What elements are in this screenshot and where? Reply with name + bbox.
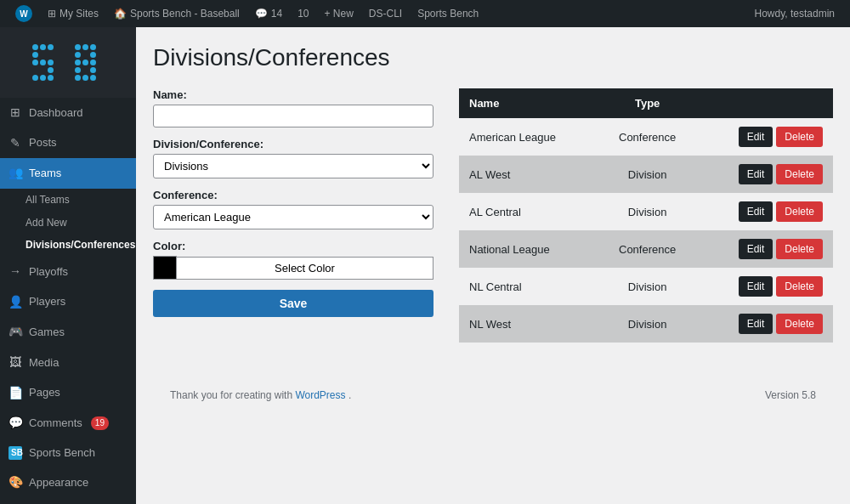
sidebar-item-pages[interactable]: 📄 Pages: [0, 378, 136, 409]
cell-name: AL West: [459, 156, 598, 193]
cell-type: Conference: [598, 230, 698, 268]
col-actions-header: [698, 88, 833, 118]
conference-select[interactable]: American League National League: [153, 205, 434, 229]
games-label: Games: [29, 325, 65, 340]
sidebar-item-appearance[interactable]: 🎨 Appearance: [0, 467, 136, 498]
delete-button[interactable]: Delete: [776, 276, 823, 297]
sidebar-item-divisions[interactable]: Divisions/Conferences: [0, 234, 136, 257]
teams-submenu: All Teams Add New Divisions/Conferences: [0, 189, 136, 257]
new-count: 10: [298, 8, 309, 20]
delete-button[interactable]: Delete: [776, 127, 823, 147]
delete-button[interactable]: Delete: [776, 201, 823, 222]
delete-button[interactable]: Delete: [776, 314, 823, 334]
comments-icon: 💬: [8, 415, 22, 432]
cell-actions: EditDelete: [698, 193, 833, 230]
name-input[interactable]: [153, 105, 434, 127]
delete-button[interactable]: Delete: [776, 239, 823, 259]
cell-type: Division: [598, 268, 698, 305]
table-row: NL CentralDivisionEditDelete: [459, 268, 833, 305]
adminbar-user[interactable]: Howdy, testadmin: [748, 0, 842, 27]
sidebar-item-games[interactable]: 🎮 Games: [0, 317, 136, 348]
playoffs-icon: →: [8, 263, 22, 280]
adminbar-wp-logo[interactable]: W: [8, 0, 39, 27]
sidebar-item-sports-bench[interactable]: SB Sports Bench: [0, 439, 136, 467]
ds-cli-label: DS-CLI: [369, 8, 402, 20]
cell-name: NL Central: [459, 268, 598, 305]
user-greeting: Howdy, testadmin: [755, 8, 835, 20]
divisions-table: Name Type American LeagueConferenceEditD…: [459, 88, 833, 343]
teams-icon: 👥: [8, 165, 22, 182]
sidebar-item-players[interactable]: 👤 Players: [0, 287, 136, 318]
divisions-label: Divisions/Conferences: [26, 238, 135, 252]
adminbar-site[interactable]: 🏠 Sports Bench - Baseball: [107, 0, 246, 27]
cell-actions: EditDelete: [698, 268, 833, 305]
cell-name: American League: [459, 118, 598, 156]
form-column: Name: Division/Conference: Divisions Con…: [153, 88, 434, 317]
delete-button[interactable]: Delete: [776, 164, 823, 184]
comments-count: 14: [271, 8, 282, 20]
sidebar-item-all-teams[interactable]: All Teams: [0, 189, 136, 212]
dashboard-label: Dashboard: [29, 105, 83, 121]
adminbar-add-new[interactable]: + New: [317, 0, 360, 27]
comments-icon: 💬: [255, 8, 268, 20]
site-logo: [0, 27, 136, 98]
save-button[interactable]: Save: [153, 290, 434, 317]
select-color-button[interactable]: Select Color: [177, 257, 434, 280]
cell-name: National League: [459, 230, 598, 268]
conference-label: Conference:: [153, 189, 434, 201]
col-name-header: Name: [459, 88, 598, 118]
wordpress-link[interactable]: WordPress: [295, 389, 345, 401]
color-row: Select Color: [153, 256, 434, 280]
main-content: Divisions/Conferences Name: Division/Con…: [136, 27, 850, 504]
sidebar-item-playoffs[interactable]: → Playoffs: [0, 257, 136, 287]
edit-button[interactable]: Edit: [739, 201, 774, 222]
cell-type: Division: [598, 193, 698, 230]
sidebar-item-posts[interactable]: ✎ Posts: [0, 128, 136, 159]
teams-label: Teams: [29, 166, 61, 181]
sidebar-item-plugins[interactable]: 🔌 Plugins: [0, 498, 136, 504]
mysites-icon: ⊞: [48, 8, 56, 20]
edit-button[interactable]: Edit: [739, 127, 774, 147]
cell-name: NL West: [459, 305, 598, 343]
sidebar-item-comments[interactable]: 💬 Comments 19: [0, 408, 136, 439]
adminbar-ds-cli[interactable]: DS-CLI: [362, 0, 409, 27]
media-label: Media: [29, 355, 59, 371]
name-label: Name:: [153, 88, 434, 101]
edit-button[interactable]: Edit: [739, 276, 774, 297]
adminbar-sports-bench[interactable]: Sports Bench: [411, 0, 485, 27]
division-conference-select[interactable]: Divisions Conferences: [153, 154, 434, 178]
cell-type: Division: [598, 305, 698, 343]
edit-button[interactable]: Edit: [739, 314, 774, 334]
admin-bar: W ⊞ My Sites 🏠 Sports Bench - Baseball 💬…: [0, 0, 850, 27]
posts-label: Posts: [29, 135, 57, 150]
table-body: American LeagueConferenceEditDeleteAL We…: [459, 118, 833, 343]
sidebar-item-teams[interactable]: 👥 Teams: [0, 158, 136, 189]
cell-actions: EditDelete: [698, 230, 833, 268]
all-teams-label: All Teams: [26, 193, 70, 207]
cell-actions: EditDelete: [698, 156, 833, 193]
color-swatch[interactable]: [153, 256, 177, 280]
playoffs-label: Playoffs: [29, 264, 68, 280]
sidebar-item-media[interactable]: 🖼 Media: [0, 348, 136, 378]
edit-button[interactable]: Edit: [739, 239, 774, 259]
dashboard-icon: ⊞: [8, 105, 22, 122]
adminbar-comments[interactable]: 💬 14: [248, 0, 289, 27]
division-conference-label: Division/Conference:: [153, 138, 434, 150]
adminbar-mysites[interactable]: ⊞ My Sites: [41, 0, 105, 27]
mysites-label: My Sites: [60, 8, 99, 20]
edit-button[interactable]: Edit: [739, 164, 774, 184]
cell-type: Division: [598, 156, 698, 193]
comments-badge: 19: [91, 416, 109, 430]
col-type-header: Type: [598, 88, 698, 118]
wp-logo-icon: W: [15, 5, 32, 22]
footer: Thank you for creating with WordPress . …: [153, 377, 833, 414]
posts-icon: ✎: [8, 135, 22, 152]
b-letter-logo: [75, 44, 104, 81]
sports-bench-label: Sports Bench: [417, 8, 479, 20]
sidebar-item-add-new[interactable]: Add New: [0, 212, 136, 235]
adminbar-new[interactable]: 10: [291, 0, 315, 27]
footer-left: Thank you for creating with WordPress .: [170, 389, 351, 401]
appearance-label: Appearance: [29, 475, 88, 490]
sidebar-item-dashboard[interactable]: ⊞ Dashboard: [0, 98, 136, 128]
cell-actions: EditDelete: [698, 305, 833, 343]
